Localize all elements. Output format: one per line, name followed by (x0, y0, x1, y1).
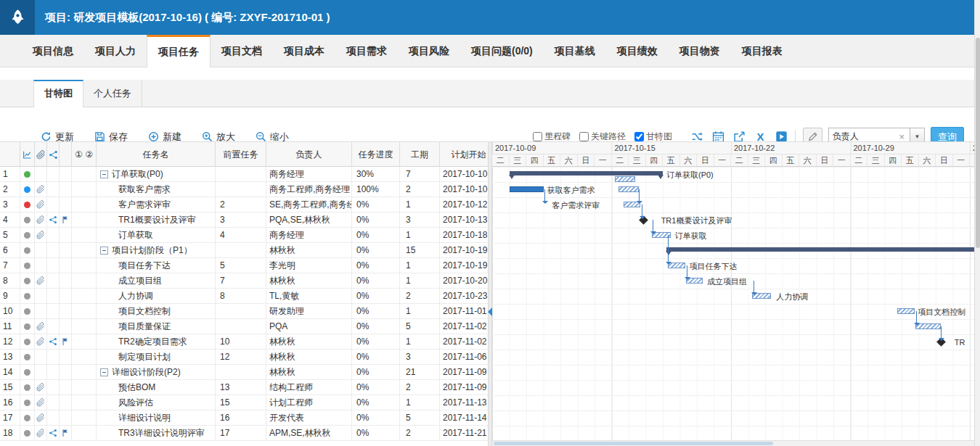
cell-pred: 10 (216, 334, 266, 350)
cell-name: 预估BOM (97, 380, 216, 395)
nav-tab-11[interactable]: 项目物资 (669, 35, 731, 67)
paperclip-icon[interactable] (36, 429, 45, 437)
nav-tab-5[interactable]: 项目成本 (273, 35, 335, 67)
table-row[interactable]: 15预估BOM13结构工程师0%22017-11-09 (0, 380, 488, 395)
collapse-toggle-icon[interactable] (100, 368, 108, 376)
gantt-bar-label: 成立项目组 (707, 276, 747, 286)
cell-attach (35, 410, 47, 426)
planned-bar[interactable] (897, 308, 915, 314)
table-row[interactable]: 7项目任务下达5李光明0%12017-10-19 (0, 258, 488, 273)
cell-progress: 0% (352, 258, 400, 273)
task-name: 订单获取(P0) (112, 168, 163, 181)
zoom-in-icon (202, 131, 213, 142)
paperclip-icon[interactable] (36, 322, 45, 331)
window-vertical-scrollbar[interactable] (974, 0, 980, 446)
share-icon[interactable] (49, 215, 57, 224)
pencil-icon (807, 131, 818, 142)
nav-tab-4[interactable]: 项目文档 (211, 35, 273, 67)
table-row[interactable]: 18TR3详细设计说明评审17APM,SE,林秋秋0%22017-11-21 (0, 426, 488, 441)
gantt-horizontal-scrollbar[interactable] (492, 440, 974, 446)
table-row[interactable]: 6项目计划阶段（P1）林秋秋0%152017-10-19 (0, 243, 488, 258)
table-row[interactable]: 12TR2确定项目需求10林秋秋0%12017-11-02 (0, 334, 488, 350)
day-label: 日 (578, 154, 595, 166)
cell-owner: 研发助理 (266, 304, 352, 319)
scrollbar-thumb[interactable] (494, 442, 773, 445)
share-icon[interactable] (49, 337, 57, 346)
progress-bar[interactable] (510, 186, 544, 192)
cell-progress: 30% (352, 167, 400, 182)
nav-tab-10[interactable]: 项目绩效 (606, 35, 669, 67)
cell-start: 2017-10-13 (440, 212, 488, 228)
nav-tab-2[interactable]: 项目人力 (84, 35, 147, 67)
cell-share (47, 258, 60, 273)
nav-tab-7[interactable]: 项目风险 (398, 35, 460, 67)
cell-duration: 2 (400, 182, 440, 197)
paperclip-icon[interactable] (36, 215, 45, 224)
day-label: 一 (714, 154, 732, 166)
paperclip-icon[interactable] (36, 383, 45, 392)
flag-icon[interactable] (61, 429, 70, 437)
cell-pred: 5 (216, 258, 266, 273)
collapse-toggle-icon[interactable] (100, 247, 108, 255)
cell-seq: 17 (0, 410, 20, 426)
table-row[interactable]: 16风险评估15计划工程师0%12017-11-13 (0, 395, 488, 410)
cell-start: 2017-11-02 (440, 319, 488, 334)
checkbox-input[interactable] (634, 132, 644, 141)
paperclip-icon[interactable] (36, 200, 45, 209)
paperclip-icon[interactable] (36, 276, 45, 285)
table-row[interactable]: 5订单获取4商务经理0%12017-10-18 (0, 228, 488, 243)
table-row[interactable]: 2获取客户需求商务工程师,商务经理100%22017-10-10 (0, 182, 488, 197)
subtab-1[interactable]: 甘特图 (33, 80, 83, 107)
cell-pred: 2 (216, 197, 266, 212)
cell-name: 详细设计阶段(P2) (97, 365, 216, 380)
clear-filter-icon[interactable]: × (897, 131, 906, 142)
table-row[interactable]: 8成立项目组7林秋秋0%12017-10-20 (0, 273, 488, 289)
chart-icon (23, 150, 32, 160)
summary-cap (509, 175, 515, 179)
flag-icon[interactable] (61, 215, 70, 224)
table-row[interactable]: 10项目文档控制研发助理0%12017-11-01 (0, 304, 488, 319)
share-icon[interactable] (49, 429, 57, 437)
scrollbar-thumb[interactable] (976, 38, 980, 248)
paperclip-icon[interactable] (36, 231, 45, 239)
nav-tab-3[interactable]: 项目任务 (147, 35, 211, 67)
connector-arrow-icon (751, 292, 757, 295)
cell-duration: 7 (400, 167, 440, 182)
paperclip-icon[interactable] (36, 185, 45, 194)
table-row[interactable]: 17详细设计说明16开发代表0%52017-11-14 (0, 410, 488, 426)
paperclip-icon[interactable] (36, 337, 45, 346)
subtab-2[interactable]: 个人任务 (83, 80, 142, 107)
status-dot (24, 217, 30, 223)
table-row[interactable]: 1订单获取(P0)商务经理30%72017-10-10 (0, 167, 488, 182)
table-row[interactable]: 11项目质量保证PQA0%52017-11-02 (0, 319, 488, 334)
planned-bar[interactable] (618, 186, 639, 192)
table-row[interactable]: 14详细设计阶段(P2)林秋秋0%212017-11-09 (0, 365, 488, 380)
cell-circles (72, 167, 97, 182)
nav-tab-8[interactable]: 项目问题(0/0) (460, 35, 544, 67)
table-row[interactable]: 9人力协调8TL,黄敏0%22017-10-23 (0, 289, 488, 304)
task-name: 预估BOM (118, 381, 155, 394)
nav-tab-6[interactable]: 项目需求 (335, 35, 398, 67)
nav-tab-1[interactable]: 项目信息 (22, 35, 84, 67)
paperclip-icon[interactable] (36, 413, 45, 422)
cell-share (47, 365, 60, 380)
table-row[interactable]: 13制定项目计划12林秋秋0%32017-11-06 (0, 350, 488, 365)
cell-progress: 0% (352, 410, 400, 426)
collapse-toggle-icon[interactable] (100, 170, 108, 178)
paperclip-icon[interactable] (36, 398, 45, 407)
cell-seq: 6 (0, 243, 20, 258)
flag-icon[interactable] (61, 337, 70, 346)
nav-tab-12[interactable]: 项目报表 (731, 35, 793, 67)
cell-circles (72, 228, 97, 243)
table-row[interactable]: 4TR1概要设计及评审3PQA,SE,林秋秋0%32017-10-13 (0, 212, 488, 228)
app-logo[interactable] (0, 0, 35, 35)
cell-share (47, 410, 60, 426)
nav-tab-9[interactable]: 项目基线 (544, 35, 606, 67)
checkbox-input[interactable] (579, 132, 589, 141)
checkbox-input[interactable] (533, 132, 542, 141)
planned-bar[interactable] (615, 176, 635, 182)
summary-bar[interactable] (666, 247, 974, 252)
cell-name: 人力协调 (97, 289, 216, 304)
summary-bar[interactable] (510, 171, 663, 175)
table-row[interactable]: 3客户需求评审2SE,商务工程师,商务经理0%12017-10-12 (0, 197, 488, 212)
